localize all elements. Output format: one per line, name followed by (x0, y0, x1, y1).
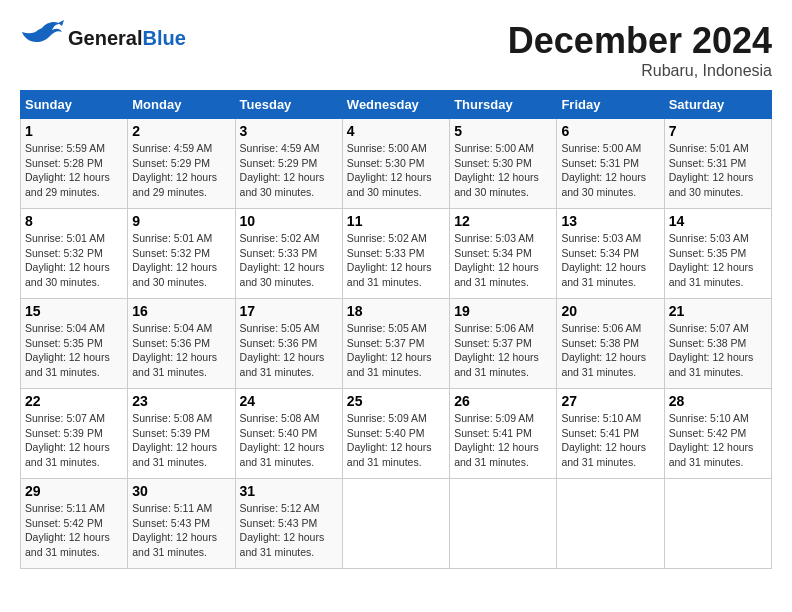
calendar-week-2: 8 Sunrise: 5:01 AM Sunset: 5:32 PM Dayli… (21, 209, 772, 299)
calendar-cell: 1 Sunrise: 5:59 AM Sunset: 5:28 PM Dayli… (21, 119, 128, 209)
day-number: 4 (347, 123, 445, 139)
day-info: Sunrise: 5:01 AM Sunset: 5:32 PM Dayligh… (132, 231, 230, 290)
day-number: 6 (561, 123, 659, 139)
day-number: 10 (240, 213, 338, 229)
calendar-table: SundayMondayTuesdayWednesdayThursdayFrid… (20, 90, 772, 569)
day-number: 31 (240, 483, 338, 499)
weekday-wednesday: Wednesday (342, 91, 449, 119)
weekday-saturday: Saturday (664, 91, 771, 119)
day-number: 17 (240, 303, 338, 319)
calendar-cell: 28 Sunrise: 5:10 AM Sunset: 5:42 PM Dayl… (664, 389, 771, 479)
day-number: 13 (561, 213, 659, 229)
calendar-cell: 30 Sunrise: 5:11 AM Sunset: 5:43 PM Dayl… (128, 479, 235, 569)
day-info: Sunrise: 5:07 AM Sunset: 5:38 PM Dayligh… (669, 321, 767, 380)
day-info: Sunrise: 5:04 AM Sunset: 5:35 PM Dayligh… (25, 321, 123, 380)
day-number: 24 (240, 393, 338, 409)
calendar-cell: 7 Sunrise: 5:01 AM Sunset: 5:31 PM Dayli… (664, 119, 771, 209)
day-number: 20 (561, 303, 659, 319)
calendar-cell (664, 479, 771, 569)
day-info: Sunrise: 5:01 AM Sunset: 5:32 PM Dayligh… (25, 231, 123, 290)
day-info: Sunrise: 5:10 AM Sunset: 5:42 PM Dayligh… (669, 411, 767, 470)
calendar-cell: 15 Sunrise: 5:04 AM Sunset: 5:35 PM Dayl… (21, 299, 128, 389)
calendar-cell: 14 Sunrise: 5:03 AM Sunset: 5:35 PM Dayl… (664, 209, 771, 299)
day-number: 1 (25, 123, 123, 139)
day-number: 30 (132, 483, 230, 499)
calendar-cell: 6 Sunrise: 5:00 AM Sunset: 5:31 PM Dayli… (557, 119, 664, 209)
day-number: 3 (240, 123, 338, 139)
calendar-cell: 31 Sunrise: 5:12 AM Sunset: 5:43 PM Dayl… (235, 479, 342, 569)
day-info: Sunrise: 5:02 AM Sunset: 5:33 PM Dayligh… (347, 231, 445, 290)
day-info: Sunrise: 5:00 AM Sunset: 5:30 PM Dayligh… (454, 141, 552, 200)
month-title: December 2024 (508, 20, 772, 62)
day-info: Sunrise: 5:00 AM Sunset: 5:30 PM Dayligh… (347, 141, 445, 200)
calendar-cell: 18 Sunrise: 5:05 AM Sunset: 5:37 PM Dayl… (342, 299, 449, 389)
day-number: 15 (25, 303, 123, 319)
day-number: 8 (25, 213, 123, 229)
calendar-cell: 9 Sunrise: 5:01 AM Sunset: 5:32 PM Dayli… (128, 209, 235, 299)
day-number: 25 (347, 393, 445, 409)
calendar-cell (450, 479, 557, 569)
calendar-cell (342, 479, 449, 569)
weekday-monday: Monday (128, 91, 235, 119)
logo: GeneralBlue (20, 20, 186, 56)
calendar-cell: 23 Sunrise: 5:08 AM Sunset: 5:39 PM Dayl… (128, 389, 235, 479)
calendar-cell: 2 Sunrise: 4:59 AM Sunset: 5:29 PM Dayli… (128, 119, 235, 209)
weekday-thursday: Thursday (450, 91, 557, 119)
day-info: Sunrise: 5:09 AM Sunset: 5:40 PM Dayligh… (347, 411, 445, 470)
calendar-cell: 10 Sunrise: 5:02 AM Sunset: 5:33 PM Dayl… (235, 209, 342, 299)
day-number: 21 (669, 303, 767, 319)
day-info: Sunrise: 5:05 AM Sunset: 5:37 PM Dayligh… (347, 321, 445, 380)
day-number: 14 (669, 213, 767, 229)
day-info: Sunrise: 5:06 AM Sunset: 5:37 PM Dayligh… (454, 321, 552, 380)
day-number: 23 (132, 393, 230, 409)
day-number: 7 (669, 123, 767, 139)
day-number: 9 (132, 213, 230, 229)
logo-bird-icon (20, 20, 64, 56)
calendar-cell (557, 479, 664, 569)
calendar-cell: 22 Sunrise: 5:07 AM Sunset: 5:39 PM Dayl… (21, 389, 128, 479)
calendar-cell: 27 Sunrise: 5:10 AM Sunset: 5:41 PM Dayl… (557, 389, 664, 479)
logo-text: GeneralBlue (68, 27, 186, 49)
calendar-cell: 19 Sunrise: 5:06 AM Sunset: 5:37 PM Dayl… (450, 299, 557, 389)
day-number: 28 (669, 393, 767, 409)
weekday-tuesday: Tuesday (235, 91, 342, 119)
day-info: Sunrise: 5:05 AM Sunset: 5:36 PM Dayligh… (240, 321, 338, 380)
weekday-friday: Friday (557, 91, 664, 119)
calendar-body: 1 Sunrise: 5:59 AM Sunset: 5:28 PM Dayli… (21, 119, 772, 569)
day-info: Sunrise: 5:00 AM Sunset: 5:31 PM Dayligh… (561, 141, 659, 200)
calendar-week-5: 29 Sunrise: 5:11 AM Sunset: 5:42 PM Dayl… (21, 479, 772, 569)
day-info: Sunrise: 5:59 AM Sunset: 5:28 PM Dayligh… (25, 141, 123, 200)
page-header: GeneralBlue December 2024 Rubaru, Indone… (20, 20, 772, 80)
day-number: 18 (347, 303, 445, 319)
day-info: Sunrise: 4:59 AM Sunset: 5:29 PM Dayligh… (132, 141, 230, 200)
day-number: 26 (454, 393, 552, 409)
day-info: Sunrise: 5:02 AM Sunset: 5:33 PM Dayligh… (240, 231, 338, 290)
calendar-cell: 25 Sunrise: 5:09 AM Sunset: 5:40 PM Dayl… (342, 389, 449, 479)
day-number: 5 (454, 123, 552, 139)
calendar-cell: 26 Sunrise: 5:09 AM Sunset: 5:41 PM Dayl… (450, 389, 557, 479)
day-number: 16 (132, 303, 230, 319)
weekday-sunday: Sunday (21, 91, 128, 119)
day-number: 12 (454, 213, 552, 229)
calendar-cell: 11 Sunrise: 5:02 AM Sunset: 5:33 PM Dayl… (342, 209, 449, 299)
day-info: Sunrise: 5:01 AM Sunset: 5:31 PM Dayligh… (669, 141, 767, 200)
calendar-cell: 20 Sunrise: 5:06 AM Sunset: 5:38 PM Dayl… (557, 299, 664, 389)
calendar-cell: 8 Sunrise: 5:01 AM Sunset: 5:32 PM Dayli… (21, 209, 128, 299)
day-info: Sunrise: 5:08 AM Sunset: 5:39 PM Dayligh… (132, 411, 230, 470)
day-number: 22 (25, 393, 123, 409)
day-info: Sunrise: 5:09 AM Sunset: 5:41 PM Dayligh… (454, 411, 552, 470)
day-number: 2 (132, 123, 230, 139)
day-info: Sunrise: 5:12 AM Sunset: 5:43 PM Dayligh… (240, 501, 338, 560)
weekday-header-row: SundayMondayTuesdayWednesdayThursdayFrid… (21, 91, 772, 119)
day-info: Sunrise: 5:03 AM Sunset: 5:34 PM Dayligh… (454, 231, 552, 290)
day-info: Sunrise: 5:07 AM Sunset: 5:39 PM Dayligh… (25, 411, 123, 470)
day-info: Sunrise: 5:10 AM Sunset: 5:41 PM Dayligh… (561, 411, 659, 470)
day-info: Sunrise: 5:03 AM Sunset: 5:34 PM Dayligh… (561, 231, 659, 290)
day-info: Sunrise: 4:59 AM Sunset: 5:29 PM Dayligh… (240, 141, 338, 200)
calendar-cell: 13 Sunrise: 5:03 AM Sunset: 5:34 PM Dayl… (557, 209, 664, 299)
calendar-cell: 4 Sunrise: 5:00 AM Sunset: 5:30 PM Dayli… (342, 119, 449, 209)
calendar-cell: 3 Sunrise: 4:59 AM Sunset: 5:29 PM Dayli… (235, 119, 342, 209)
day-number: 19 (454, 303, 552, 319)
calendar-cell: 17 Sunrise: 5:05 AM Sunset: 5:36 PM Dayl… (235, 299, 342, 389)
calendar-week-3: 15 Sunrise: 5:04 AM Sunset: 5:35 PM Dayl… (21, 299, 772, 389)
